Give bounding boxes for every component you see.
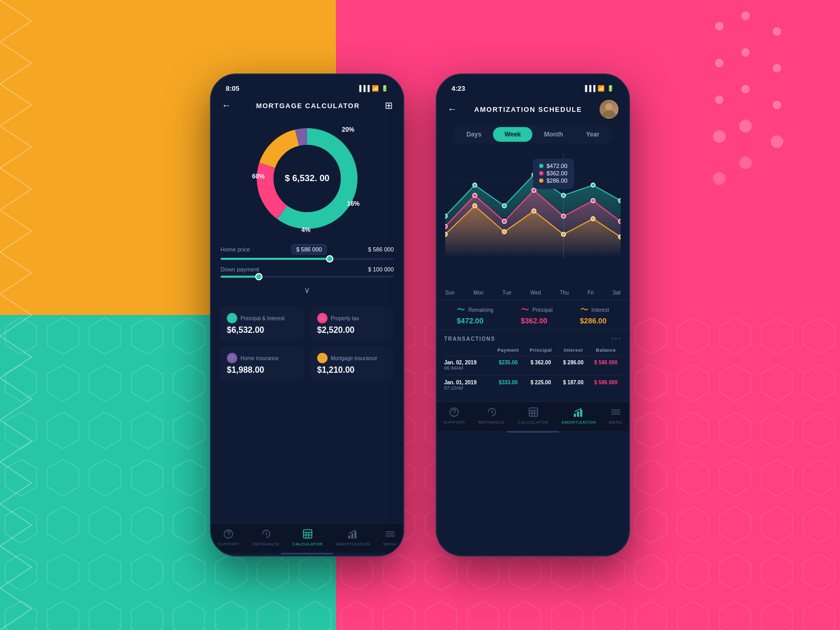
svg-rect-70: [574, 414, 576, 417]
legend-principal: 〜 Principal $362.00: [521, 304, 552, 325]
support-nav-icon: [222, 528, 235, 540]
input-section: Home price $ 586 000 $ 586 000 Down paym…: [211, 239, 403, 304]
card2-label: Property tax: [331, 316, 359, 321]
phone1-time: 8:05: [226, 85, 239, 92]
refinance-nav-icon: [260, 528, 272, 540]
legend-interest-label: Interest: [592, 307, 609, 313]
home-price-slider-thumb[interactable]: [326, 255, 333, 262]
phone2-header: ← AMORTIZATION SCHEDULE: [437, 96, 629, 123]
down-payment-slider[interactable]: [220, 276, 394, 278]
down-payment-label: Down payment: [220, 266, 259, 272]
nav2-menu-label: MENU: [609, 420, 623, 425]
phone2-title: AMORTIZATION SCHEDULE: [474, 106, 582, 113]
tab-month[interactable]: Month: [532, 127, 574, 142]
tag-pink-icon: 🏷: [317, 313, 328, 323]
phone1-bottom-nav: SUPPORT REFINANCE: [211, 523, 403, 553]
more-options-icon[interactable]: ···: [612, 334, 622, 343]
wifi-icon2: 📶: [597, 85, 605, 92]
tx1-principal: $ 362.00: [525, 360, 556, 371]
nav2-calculator[interactable]: CALCULATOR: [518, 406, 549, 425]
svg-point-41: [445, 214, 447, 218]
nav-menu[interactable]: MENU: [383, 528, 397, 547]
legend-remaining-value: $472.00: [457, 317, 484, 325]
transactions-title: TRANSACTIONS: [444, 336, 495, 342]
down-payment-slider-thumb[interactable]: [255, 273, 262, 280]
legend-principal-value: $362.00: [521, 317, 548, 325]
nav2-amortization[interactable]: AMORTIZATION: [562, 406, 596, 425]
tx1-date: Jan. 02, 2019 06:34AM: [444, 360, 491, 371]
expand-chevron[interactable]: ∨: [220, 284, 394, 299]
card1-label: Principal & Interest: [240, 316, 285, 321]
down-payment-row: Down payment $ 100 000: [220, 266, 394, 272]
svg-point-49: [472, 193, 477, 197]
home-price-badge[interactable]: $ 586 000: [291, 244, 327, 255]
nav2-menu[interactable]: MENU: [609, 406, 623, 425]
svg-point-43: [502, 204, 507, 208]
svg-rect-72: [580, 410, 582, 417]
tooltip-interest-value: $286.00: [547, 177, 568, 184]
time-tabs: Days Week Month Year: [453, 125, 613, 144]
shield-teal-icon: 🛡: [227, 313, 237, 323]
tx1-interest: $ 286.00: [558, 360, 589, 371]
day-sat: Sat: [613, 290, 621, 296]
tx-header-row: Payment Principal Interest Balance: [444, 348, 622, 356]
shield-orange-icon: 🛡: [317, 353, 328, 363]
svg-point-53: [591, 198, 595, 203]
pct-60-label: 60%: [252, 173, 265, 180]
nav2-support[interactable]: SUPPORT: [443, 406, 465, 425]
phone1-header: ← MORTGAGE CALCULATOR ⊞: [211, 96, 403, 116]
phones-container: 8:05 ▐▐▐ 📶 🔋 ← MORTGAGE CALCULATOR ⊞: [0, 0, 840, 630]
nav-support[interactable]: SUPPORT: [217, 528, 239, 547]
tooltip-row-1: $472.00: [539, 163, 568, 169]
day-mon: Mon: [474, 290, 484, 296]
phone1-title: MORTGAGE CALCULATOR: [256, 102, 360, 110]
wifi-icon: 📶: [372, 85, 379, 92]
phone-amortization-schedule: 4:23 ▐▐▐ 📶 🔋 ← AMORTIZATION SCHEDULE: [436, 74, 630, 556]
signal-icon: ▐▐▐: [358, 85, 370, 91]
tx2-interest: $ 187.00: [558, 380, 589, 391]
day-tue: Tue: [502, 290, 511, 296]
nav-refinance[interactable]: REFINANCE: [253, 528, 279, 547]
phone2-notch: [501, 75, 564, 89]
pct-4-label: 4%: [301, 226, 310, 234]
time-tabs-container: Days Week Month Year: [437, 123, 629, 148]
phone1-notch: [276, 75, 339, 89]
phone2-back-button[interactable]: ←: [447, 104, 457, 115]
svg-point-47: [618, 198, 621, 203]
tx-row-1: Jan. 02, 2019 06:34AM $235.00 $ 362.00 $…: [444, 360, 622, 375]
tx-row-2: Jan. 01, 2019 07:12AM $333.00 $ 225.00 $…: [444, 380, 622, 394]
svg-point-61: [618, 235, 621, 239]
user-avatar[interactable]: [600, 100, 618, 119]
card4-value: $1,210.00: [317, 365, 387, 375]
menu2-nav-icon: [610, 406, 622, 418]
nav2-refinance[interactable]: REFINANCE: [478, 406, 505, 425]
tx2-date: Jan. 01, 2019 07:12AM: [444, 380, 491, 391]
back-button[interactable]: ←: [222, 100, 231, 111]
card3-value: $1,988.00: [227, 365, 297, 375]
tab-days[interactable]: Days: [455, 127, 493, 142]
tooltip-dot-principal: [539, 171, 543, 175]
svg-rect-71: [577, 412, 579, 417]
nav-calculator[interactable]: CALCULATOR: [292, 528, 323, 547]
tooltip-remaining-value: $472.00: [547, 163, 568, 169]
nav2-support-label: SUPPORT: [443, 420, 465, 425]
tab-year[interactable]: Year: [574, 127, 611, 142]
legend-principal-label: Principal: [532, 307, 552, 313]
filter-icon[interactable]: ⊞: [385, 100, 393, 111]
tx-col-principal: Principal: [525, 348, 556, 353]
tx-col-balance: Balance: [590, 348, 622, 353]
svg-point-50: [502, 219, 507, 224]
tx1-payment: $235.00: [492, 360, 524, 371]
cards-grid: 🛡 Principal & Interest $6,532.00 🏷 Prope…: [211, 304, 403, 383]
down-payment-value: $ 100 000: [368, 266, 394, 272]
home-price-slider[interactable]: [220, 258, 394, 260]
nav-amortization[interactable]: AMORTIZATION: [336, 528, 371, 547]
nav2-calculator-label: CALCULATOR: [518, 420, 549, 425]
svg-point-42: [472, 183, 477, 187]
nav-calculator-label: CALCULATOR: [292, 542, 323, 547]
tab-week[interactable]: Week: [493, 127, 532, 142]
tooltip-row-3: $286.00: [539, 177, 568, 184]
pct-16-label: 16%: [347, 200, 360, 207]
svg-point-64: [454, 415, 455, 416]
phone1-content: $ 6,532. 00 60% 20% 16% 4% Home price $ …: [211, 116, 403, 523]
